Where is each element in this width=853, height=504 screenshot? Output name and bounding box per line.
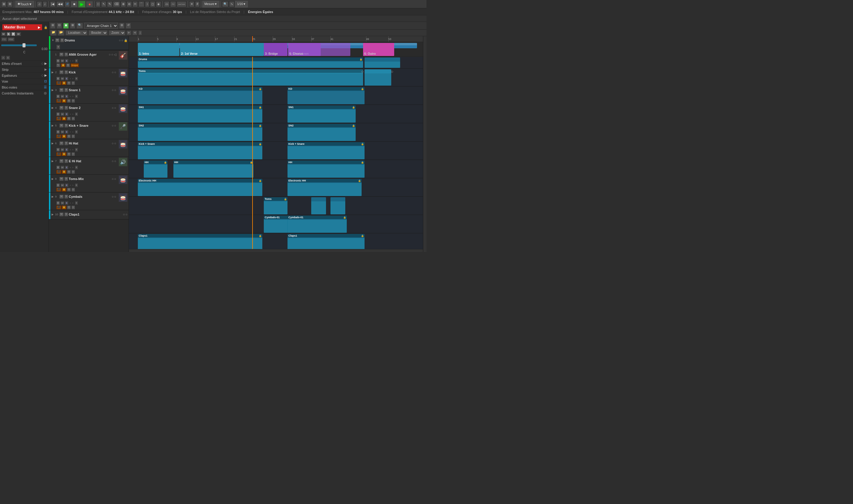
- cymbals-extra-btn[interactable]: ≡: [75, 201, 78, 205]
- kick-r-btn[interactable]: R: [56, 77, 60, 80]
- search-btn[interactable]: 🔍: [222, 1, 228, 7]
- sidebar-section-notes[interactable]: Bloc-notes ☰: [0, 84, 49, 90]
- snare2-w-btn[interactable]: W: [60, 112, 65, 116]
- audio-icon-btn[interactable]: ♪: [43, 1, 47, 7]
- section-bridge[interactable]: 3: Bridge: [264, 43, 288, 56]
- hihat-solo-btn[interactable]: S: [64, 141, 68, 145]
- cymbals-e-btn[interactable]: E: [65, 201, 68, 205]
- tomsmix-r-btn[interactable]: R: [56, 183, 60, 187]
- hihat-clip-1[interactable]: HH 🔒: [144, 161, 168, 178]
- section-chorus[interactable]: 5: Chorus: [288, 43, 350, 56]
- ama-w-btn[interactable]: W: [60, 59, 65, 63]
- rect-tool-btn[interactable]: ▭: [164, 1, 170, 7]
- tomsmix-clip-2[interactable]: [311, 197, 326, 214]
- ehihat-clip-2[interactable]: Electronic HH 🔒: [288, 179, 362, 196]
- hihat-grid-btn[interactable]: ⊞: [67, 152, 71, 156]
- cymbals-expand-arrow[interactable]: ▶: [52, 195, 54, 198]
- record-btn[interactable]: ●: [86, 1, 93, 7]
- tomsmix-grid-btn[interactable]: ⊞: [67, 188, 71, 192]
- kicksnare-solo-btn[interactable]: S: [64, 124, 68, 128]
- mesure-display[interactable]: Mesure ▼: [203, 1, 219, 7]
- velocity-tool-btn[interactable]: ↕: [145, 1, 150, 7]
- toms-clip-1[interactable]: Toms: [138, 69, 363, 86]
- kick-expand-arrow[interactable]: ▶: [52, 71, 54, 74]
- sidebar-section-strip[interactable]: Strip ▶: [0, 66, 49, 72]
- kick-icon2[interactable]: 🔒: [62, 81, 66, 85]
- kick-solo-btn[interactable]: S: [64, 70, 68, 74]
- drums-clip-1[interactable]: Drums 🔒: [138, 57, 363, 68]
- snare1-icon2[interactable]: 🔒: [62, 99, 66, 103]
- cymbals-clip-2[interactable]: Cymbals-01 🔒: [288, 216, 347, 233]
- cross-icon-btn[interactable]: ✕: [189, 1, 194, 7]
- ehihat-extra-btn[interactable]: ≡: [75, 165, 78, 169]
- drums-expand-arrow[interactable]: ▼: [52, 39, 54, 42]
- touch-mode-btn[interactable]: ✱ Touch ▼: [15, 1, 34, 7]
- midi-icon-btn[interactable]: ♫: [37, 1, 42, 7]
- tomsmix-extra-btn[interactable]: ≡: [75, 183, 78, 187]
- cymbals-mute-btn[interactable]: M: [59, 195, 64, 199]
- arrow-tool-btn[interactable]: ↖: [101, 1, 106, 7]
- cymbals-solo-btn[interactable]: S: [64, 195, 68, 199]
- boucler-select[interactable]: Boucler: [89, 30, 108, 36]
- play-btn[interactable]: ▶: [78, 1, 85, 7]
- cymbals-r-btn[interactable]: R: [56, 201, 60, 205]
- ehihat-loop-btn[interactable]: ∞: [71, 170, 75, 174]
- kicksnare-w-btn[interactable]: W: [60, 130, 65, 134]
- drums-clip-2[interactable]: [365, 57, 400, 68]
- hihat-loop-btn[interactable]: ∞: [71, 152, 75, 156]
- tomsmix-solo-btn[interactable]: S: [64, 177, 68, 181]
- kick-extra-btn[interactable]: ≡: [75, 77, 78, 80]
- ruler-tool-btn[interactable]: —·—: [177, 1, 187, 7]
- bend-tool-btn[interactable]: ⌒: [138, 1, 144, 7]
- claps1-expand-arrow[interactable]: ▶: [52, 213, 54, 216]
- claps1-mute-btn[interactable]: M: [59, 212, 64, 216]
- lines-tool-btn[interactable]: ⁓: [170, 1, 176, 7]
- kicksnare-icon1[interactable]: ⬛: [56, 134, 61, 138]
- section-outro[interactable]: 6: Outro: [363, 43, 394, 56]
- kick-w-btn[interactable]: W: [60, 77, 65, 80]
- hihat-icon1[interactable]: ⬛: [56, 152, 61, 156]
- volume-fader-track[interactable]: [1, 44, 37, 46]
- kicksnare-grid-btn[interactable]: ⊞: [67, 134, 71, 138]
- toms-clip-2[interactable]: [365, 69, 391, 86]
- arranger-view-btn-1[interactable]: ⊞: [50, 23, 55, 29]
- tomsmix-expand-arrow[interactable]: ▶: [52, 177, 54, 180]
- hihat-extra-btn[interactable]: ≡: [75, 148, 78, 151]
- folder-icon-btn2[interactable]: 📂: [58, 30, 64, 36]
- kicksnare-icon2[interactable]: 🔒: [62, 134, 66, 138]
- mute-tool-btn[interactable]: ◻: [150, 1, 155, 7]
- ehihat-w-btn[interactable]: W: [60, 165, 65, 169]
- sidebar-section-eq[interactable]: Égaliseurs ◇ ▶: [0, 72, 49, 78]
- tomsmix-w-btn[interactable]: W: [60, 183, 65, 187]
- ehihat-r-btn[interactable]: R: [56, 165, 60, 169]
- go-start-btn[interactable]: |◀: [50, 1, 56, 7]
- kicksnare-clip-2[interactable]: Kick + Snare 🔒: [288, 142, 365, 159]
- kick-e-btn[interactable]: E: [65, 77, 68, 80]
- bottom-scrollbar[interactable]: [129, 249, 423, 252]
- drums-mute-btn[interactable]: M: [55, 38, 59, 42]
- ehihat-solo-btn[interactable]: S: [64, 159, 68, 163]
- master-lock-btn[interactable]: 🔒: [44, 26, 48, 29]
- rewind-btn[interactable]: ◀◀: [56, 1, 64, 7]
- snare2-icon1[interactable]: ⬛: [56, 117, 61, 121]
- hihat-r-btn[interactable]: R: [56, 148, 60, 151]
- drums-list-btn[interactable]: ≡: [56, 45, 60, 50]
- punch-out-btn[interactable]: ⊲: [133, 31, 137, 35]
- mute-btn[interactable]: M: [1, 32, 6, 36]
- ehihat-e-btn[interactable]: E: [65, 165, 68, 169]
- kicksnare-r-btn[interactable]: R: [56, 130, 60, 134]
- volume-fader-handle[interactable]: [22, 43, 25, 48]
- send-fx-btn[interactable]: FX: [1, 37, 7, 41]
- settings-icon-btn[interactable]: ⚙: [7, 1, 13, 7]
- snare2-expand-arrow[interactable]: ▶: [52, 106, 54, 109]
- snare1-clip-2[interactable]: SN1 🔒: [288, 105, 356, 123]
- oscilloscope-btn[interactable]: ∿: [229, 1, 234, 7]
- hihat-expand-arrow[interactable]: ▶: [52, 142, 54, 145]
- cymbals-clip-1[interactable]: Cymbals-01 🔒: [264, 216, 291, 233]
- snare1-r-btn[interactable]: R: [56, 94, 60, 98]
- ama-lock-orange-btn[interactable]: 🔒: [61, 64, 66, 67]
- quantize-display[interactable]: 1/16 ▼: [235, 1, 248, 7]
- tomsmix-icon2[interactable]: 🔒: [62, 188, 66, 192]
- cymbals-loop-btn[interactable]: ∞: [71, 205, 75, 209]
- ama-extra-btn[interactable]: ≡: [75, 59, 78, 63]
